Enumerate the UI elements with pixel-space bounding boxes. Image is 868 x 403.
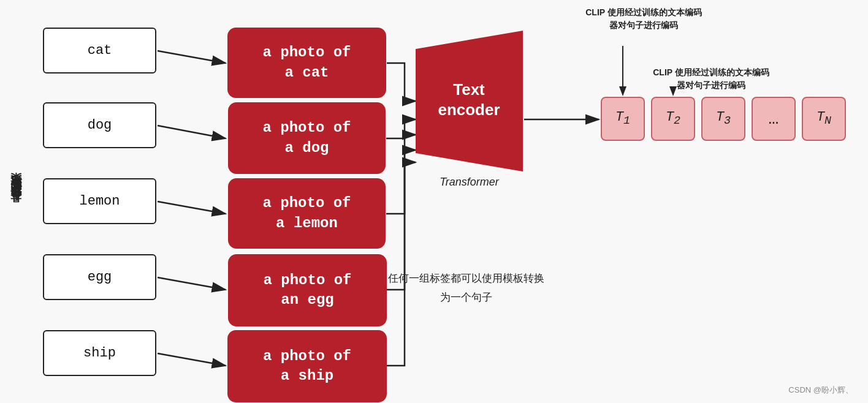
watermark: CSDN @盼小辉、 [788, 385, 853, 396]
annotation-template: 任何一组标签都可以使用模板转换为一个句子 [380, 269, 552, 307]
phrase-box-dog: a photo of a dog [228, 102, 386, 174]
svg-text:Text: Text [453, 80, 485, 99]
phrase-box-ship: a photo of a ship [227, 330, 387, 402]
svg-line-6 [158, 353, 226, 366]
annotation-clip-bottom: CLIP 使用经过训练的文本编码器对句子进行编码 [647, 66, 775, 92]
label-box-egg: egg [43, 254, 156, 300]
token-dots: … [752, 97, 796, 141]
svg-line-5 [158, 277, 226, 290]
transformer-label: Transformer [416, 176, 523, 189]
svg-text:encoder: encoder [438, 100, 500, 119]
vertical-dataset-label: 具有未知标签的新数据集 [9, 192, 25, 212]
annotation-clip-top: CLIP 使用经过训练的文本编码器对句子进行编码 [582, 6, 705, 32]
label-box-cat: cat [43, 28, 156, 73]
label-box-lemon: lemon [43, 178, 156, 224]
svg-line-4 [158, 202, 226, 214]
token-t1: T1 [601, 97, 645, 141]
label-box-ship: ship [43, 330, 156, 376]
token-t2: T2 [651, 97, 695, 141]
encoder-shape: Text encoder [416, 31, 523, 171]
phrase-box-cat: a photo of a cat [227, 28, 386, 98]
phrase-box-egg: a photo of an egg [228, 254, 387, 326]
svg-line-2 [158, 51, 226, 63]
diagram-container: 具有未知标签的新数据集 cat dog lemon egg ship a pho… [0, 0, 868, 403]
token-t3: T3 [701, 97, 745, 141]
svg-line-3 [158, 126, 226, 138]
phrase-box-lemon: a photo of a lemon [228, 178, 386, 249]
token-tn: TN [802, 97, 846, 141]
label-box-dog: dog [43, 102, 156, 148]
